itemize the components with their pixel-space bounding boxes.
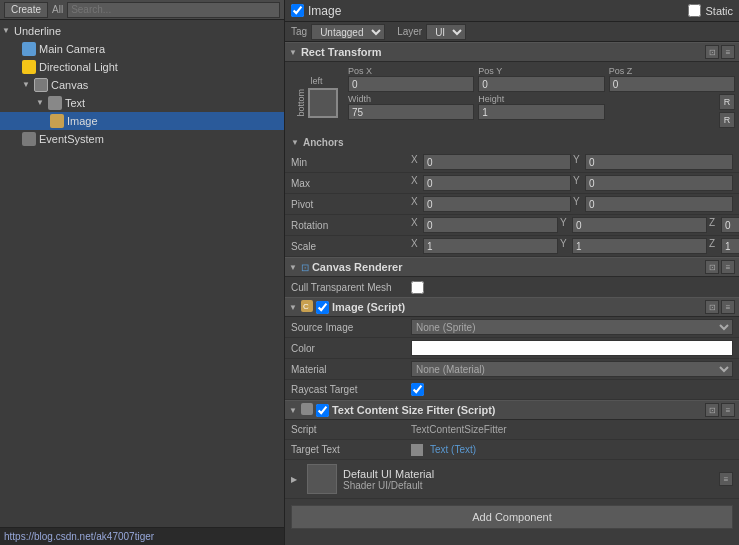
script-row: Script TextContentSizeFitter: [285, 420, 739, 440]
rect-box: [308, 88, 338, 118]
tag-dropdown[interactable]: Untagged: [311, 24, 385, 40]
text-content-header[interactable]: ▼ Text Content Size Fitter (Script) ⊡ ≡: [285, 400, 739, 420]
rect-transform-header[interactable]: ▼ Rect Transform ⊡ ≡: [285, 42, 739, 62]
text-content-icon1: [301, 403, 313, 417]
active-toggle[interactable]: [291, 4, 304, 17]
rect-box-container: bottom: [296, 88, 338, 118]
hierarchy-label-main-camera: Main Camera: [39, 43, 105, 55]
rect-arrow: ▼: [289, 48, 297, 57]
component-header: Image Static: [285, 0, 739, 22]
rotation-z-label: Z: [709, 217, 719, 233]
pivot-x-input[interactable]: [423, 196, 571, 212]
raycast-checkbox[interactable]: [411, 383, 424, 396]
layer-dropdown[interactable]: UI: [426, 24, 466, 40]
resize-r2-btn[interactable]: R: [719, 112, 735, 128]
width-input[interactable]: [348, 104, 474, 120]
hierarchy-item-main-camera[interactable]: Main Camera: [0, 40, 284, 58]
rect-icon-btn1[interactable]: ⊡: [705, 45, 719, 59]
scale-label: Scale: [291, 241, 411, 252]
scale-y-label: Y: [560, 238, 570, 254]
camera-icon: [22, 42, 36, 56]
hierarchy-panel: Create All ▼ Underline Main Camera Direc…: [0, 0, 285, 545]
color-picker[interactable]: [411, 340, 733, 356]
rotation-y-input[interactable]: [572, 217, 707, 233]
text-arrow: ▼: [36, 98, 46, 108]
cull-transparent-row: Cull Transparent Mesh: [285, 277, 739, 297]
scale-y-input[interactable]: [572, 238, 707, 254]
layer-label: Layer: [397, 26, 422, 37]
hierarchy-item-directional-light[interactable]: Directional Light: [0, 58, 284, 76]
status-bar: https://blog.csdn.net/ak47007tiger: [0, 527, 284, 545]
pos-y-label: Pos Y: [478, 66, 604, 76]
canvas-renderer-btn2[interactable]: ≡: [721, 260, 735, 274]
material-value: None (Material): [411, 361, 733, 377]
max-y-input[interactable]: [585, 175, 733, 191]
add-component-button[interactable]: Add Component: [291, 505, 733, 529]
create-button[interactable]: Create: [4, 2, 48, 18]
pos-x-input[interactable]: [348, 76, 474, 92]
anchors-header[interactable]: ▼ Anchors: [285, 132, 739, 152]
target-text-link[interactable]: Text (Text): [430, 444, 476, 455]
cull-transparent-checkbox[interactable]: [411, 281, 424, 294]
pos-z-input[interactable]: [609, 76, 735, 92]
height-input[interactable]: [478, 104, 604, 120]
anchors-max-label: Max: [291, 178, 411, 189]
min-x-input[interactable]: [423, 154, 571, 170]
rotation-z-input[interactable]: [721, 217, 739, 233]
hierarchy-item-text[interactable]: ▼ Text: [0, 94, 284, 112]
resize-r-btn[interactable]: R: [719, 94, 735, 110]
search-label: All: [52, 4, 63, 15]
anchors-min-xy: X Y: [411, 154, 733, 170]
material-dropdown[interactable]: None (Material): [411, 361, 733, 377]
pivot-y-input[interactable]: [585, 196, 733, 212]
canvas-renderer-btn1[interactable]: ⊡: [705, 260, 719, 274]
scale-z-input[interactable]: [721, 238, 739, 254]
cull-transparent-label: Cull Transparent Mesh: [291, 282, 411, 293]
hierarchy-item-canvas[interactable]: ▼ Canvas: [0, 76, 284, 94]
hierarchy-root[interactable]: ▼ Underline: [0, 22, 284, 40]
rotation-xyz: X Y Z: [411, 217, 739, 233]
pos-y-input[interactable]: [478, 76, 604, 92]
height-label: Height: [478, 94, 604, 104]
rotation-x-label: X: [411, 217, 421, 233]
canvas-renderer-arrow: ▼: [289, 263, 297, 272]
material-row: Material None (Material): [285, 359, 739, 380]
component-name: Image: [308, 4, 688, 18]
canvas-renderer-title: Canvas Renderer: [312, 261, 705, 273]
text-content-btn2[interactable]: ≡: [721, 403, 735, 417]
text-content-enable[interactable]: [316, 404, 329, 417]
rect-fields-grid: Pos X Pos Y Pos Z Width Height R R: [348, 66, 735, 128]
max-x-input[interactable]: [423, 175, 571, 191]
min-y-label: Y: [573, 154, 583, 170]
canvas-arrow: ▼: [22, 80, 32, 90]
tag-layer-row: Tag Untagged Layer UI: [285, 22, 739, 42]
hierarchy-label-image: Image: [67, 115, 98, 127]
rotation-x-input[interactable]: [423, 217, 558, 233]
hierarchy-item-eventsystem[interactable]: EventSystem: [0, 130, 284, 148]
hierarchy-item-image[interactable]: Image: [0, 112, 284, 130]
color-value: [411, 340, 733, 356]
target-text-icon: [411, 444, 423, 456]
image-script-btn1[interactable]: ⊡: [705, 300, 719, 314]
min-x-label: X: [411, 154, 421, 170]
text-content-btn1[interactable]: ⊡: [705, 403, 719, 417]
max-y-label: Y: [573, 175, 583, 191]
search-input[interactable]: [67, 2, 280, 18]
static-checkbox[interactable]: [688, 4, 701, 17]
canvas-renderer-header[interactable]: ▼ ⊡ Canvas Renderer ⊡ ≡: [285, 257, 739, 277]
scale-x-input[interactable]: [423, 238, 558, 254]
source-image-dropdown[interactable]: None (Sprite): [411, 319, 733, 335]
min-y-input[interactable]: [585, 154, 733, 170]
material-thumbnail: [307, 464, 337, 494]
hierarchy-label-text: Text: [65, 97, 85, 109]
rect-icon-btn2[interactable]: ≡: [721, 45, 735, 59]
text-content-title: Text Content Size Fitter (Script): [332, 404, 705, 416]
image-script-enable[interactable]: [316, 301, 329, 314]
image-script-header[interactable]: ▼ C Image (Script) ⊡ ≡: [285, 297, 739, 317]
rect-visual: left bottom: [289, 66, 344, 128]
material-menu-btn[interactable]: ≡: [719, 472, 733, 486]
image-script-btn2[interactable]: ≡: [721, 300, 735, 314]
anchors-min-value: X Y: [411, 154, 733, 170]
scale-x-label: X: [411, 238, 421, 254]
material-expand-arrow[interactable]: ▶: [291, 475, 297, 484]
